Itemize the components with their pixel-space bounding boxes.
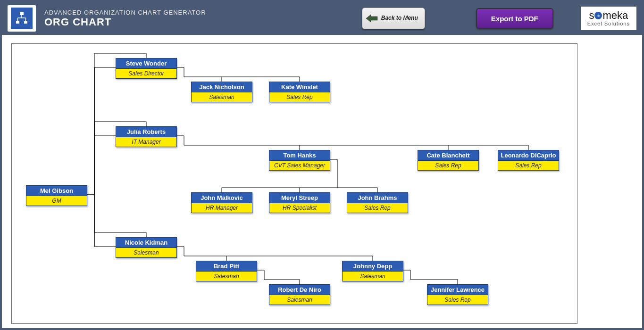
org-node-meryl[interactable]: Meryl StreepHR Specialist — [269, 192, 330, 213]
back-button-label: Back to Menu — [381, 15, 418, 21]
node-role: Sales Rep — [418, 161, 479, 171]
node-name: John Brahms — [347, 192, 408, 203]
node-role: Salesman — [116, 248, 177, 258]
node-role: Sales Rep — [427, 295, 488, 305]
node-name: Robert De Niro — [269, 284, 330, 295]
export-button-label: Export to PDF — [491, 15, 538, 23]
org-node-julia[interactable]: Julia RobertsIT Manager — [116, 126, 177, 147]
node-role: Salesman — [196, 272, 257, 281]
org-node-tom[interactable]: Tom HanksCVT Sales Manager — [269, 150, 330, 171]
node-name: Johnny Depp — [342, 261, 403, 272]
org-chart-canvas: Mel GibsonGMSteve WonderSales DirectorJa… — [11, 43, 577, 324]
node-name: Tom Hanks — [269, 150, 330, 161]
node-role: HR Specialist — [269, 203, 330, 213]
node-role: Salesman — [342, 272, 403, 281]
org-node-jennifer[interactable]: Jennifer LawrenceSales Rep — [427, 284, 488, 305]
node-name: Leonardo DiCaprio — [498, 150, 559, 161]
org-node-robert[interactable]: Robert De NiroSalesman — [269, 284, 330, 305]
app-logo — [8, 5, 36, 32]
node-role: Sales Rep — [347, 203, 408, 213]
org-node-jack[interactable]: Jack NicholsonSalesman — [191, 82, 252, 102]
node-role: Sales Director — [116, 69, 177, 79]
node-role: Sales Rep — [269, 92, 330, 102]
org-node-brad[interactable]: Brad PittSalesman — [196, 261, 257, 281]
node-name: Kate Winslet — [269, 82, 330, 92]
org-node-mel[interactable]: Mel GibsonGM — [26, 185, 87, 206]
node-name: Brad Pitt — [196, 261, 257, 272]
org-node-johnb[interactable]: John BrahmsSales Rep — [347, 192, 408, 213]
node-role: HR Manager — [191, 203, 252, 213]
node-name: Meryl Streep — [269, 192, 330, 203]
app-subtitle: ADVANCED ORGANIZATION CHART GENERATOR — [44, 9, 206, 16]
node-role: Sales Rep — [498, 161, 559, 171]
org-node-nicole[interactable]: Nicole KidmanSalesman — [116, 237, 177, 258]
page-title: ORG CHART — [44, 16, 206, 28]
back-to-menu-button[interactable]: Back to Menu — [362, 8, 425, 29]
org-node-johnm[interactable]: John MalkovicHR Manager — [191, 192, 252, 213]
org-node-kate[interactable]: Kate WinsletSales Rep — [269, 82, 330, 102]
svg-rect-1 — [16, 21, 19, 24]
app-header: ADVANCED ORGANIZATION CHART GENERATOR OR… — [2, 2, 642, 35]
node-name: John Malkovic — [191, 192, 252, 203]
node-name: Steve Wonder — [116, 58, 177, 69]
org-node-leo[interactable]: Leonardo DiCaprioSales Rep — [498, 150, 559, 171]
node-name: Jennifer Lawrence — [427, 284, 488, 295]
org-node-cate[interactable]: Cate BlanchettSales Rep — [418, 150, 479, 171]
node-name: Mel Gibson — [26, 185, 87, 196]
node-name: Jack Nicholson — [191, 82, 252, 92]
node-role: CVT Sales Manager — [269, 161, 330, 171]
brand-logo: s๏meka Excel Solutions — [581, 7, 636, 30]
brand-tagline: Excel Solutions — [587, 21, 630, 26]
org-chart-icon — [15, 11, 29, 25]
back-arrow-icon — [365, 14, 378, 23]
title-block: ADVANCED ORGANIZATION CHART GENERATOR OR… — [44, 9, 206, 28]
node-name: Nicole Kidman — [116, 237, 177, 248]
export-pdf-button[interactable]: Export to PDF — [476, 8, 553, 29]
node-role: IT Manager — [116, 137, 177, 147]
node-role: GM — [26, 196, 87, 206]
node-name: Julia Roberts — [116, 126, 177, 137]
org-node-steve[interactable]: Steve WonderSales Director — [116, 58, 177, 79]
svg-rect-2 — [24, 21, 27, 24]
org-node-johnny[interactable]: Johnny DeppSalesman — [342, 261, 403, 281]
svg-rect-0 — [20, 12, 24, 15]
node-role: Salesman — [191, 92, 252, 102]
node-role: Salesman — [269, 295, 330, 305]
node-name: Cate Blanchett — [418, 150, 479, 161]
